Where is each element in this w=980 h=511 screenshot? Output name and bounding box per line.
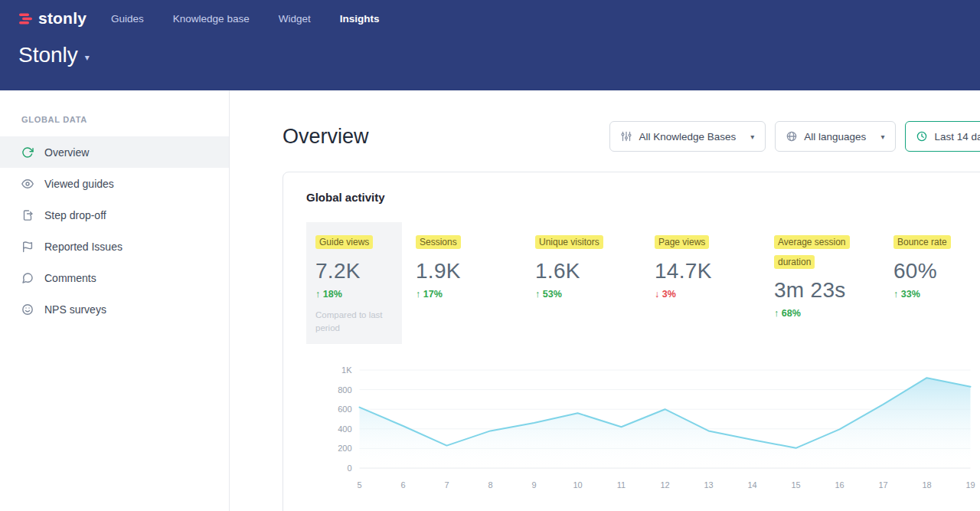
trend-arrow-icon: ↑ — [774, 308, 779, 319]
filter-label: All Knowledge Bases — [639, 131, 736, 142]
trend-arrow-icon: ↑ — [893, 289, 898, 300]
trend-arrow-icon: ↑ — [535, 289, 540, 300]
sync-icon — [21, 146, 34, 159]
filter-label: Last 14 days — [934, 131, 980, 142]
svg-text:600: 600 — [338, 405, 351, 414]
top-nav-item-knowledge-base[interactable]: Knowledge base — [173, 13, 250, 25]
stonly-logo[interactable]: stonly — [18, 9, 87, 28]
top-nav: Guides Knowledge base Widget Insights — [111, 13, 379, 25]
sidebar-item-label: Comments — [44, 272, 96, 284]
workspace-name[interactable]: Stonly — [18, 43, 78, 67]
global-activity-chart: 02004006008001K5678910111213141516171819 — [306, 361, 980, 500]
chevron-down-icon: ▾ — [880, 133, 884, 141]
svg-text:17: 17 — [878, 480, 887, 490]
metric-delta: ↑ 17% — [416, 289, 521, 300]
sidebar-item-label: Viewed guides — [44, 178, 114, 190]
metric-delta: ↑ 53% — [535, 289, 641, 300]
svg-text:15: 15 — [791, 480, 800, 490]
svg-text:1K: 1K — [341, 365, 352, 375]
svg-text:7: 7 — [444, 480, 449, 490]
svg-text:200: 200 — [338, 444, 351, 453]
metric-sessions[interactable]: Sessions 1.9K ↑ 17% — [416, 222, 521, 309]
metric-note: Compared to last period — [315, 309, 392, 336]
filter-label: All languages — [804, 131, 866, 142]
sliders-icon — [621, 131, 632, 142]
step-dropoff-icon — [21, 209, 34, 221]
metric-label: Bounce rate — [893, 235, 951, 249]
top-nav-item-guides[interactable]: Guides — [111, 13, 144, 25]
metric-value: 7.2K — [315, 259, 393, 283]
svg-text:16: 16 — [835, 480, 844, 490]
metrics-row: Guide views 7.2K ↑ 18% Compared to last … — [306, 222, 980, 344]
sidebar-item-label: Reported Issues — [44, 241, 122, 253]
metric-delta: ↓ 3% — [655, 289, 760, 300]
svg-text:19: 19 — [965, 480, 975, 490]
metric-label: Guide views — [315, 235, 373, 249]
sidebar-item-reported-issues[interactable]: Reported Issues — [0, 231, 229, 262]
metric-value: 1.6K — [535, 259, 641, 283]
metric-value: 3m 23s — [774, 278, 880, 303]
metric-value: 60% — [893, 259, 980, 283]
svg-text:800: 800 — [338, 385, 351, 395]
chevron-down-icon[interactable]: ▾ — [85, 52, 90, 63]
top-nav-row: stonly Guides Knowledge base Widget Insi… — [0, 0, 980, 29]
filter-bar: All Knowledge Bases ▾ All languages ▾ — [609, 121, 980, 152]
global-activity-card: Global activity Guide views 7.2K ↑ 18% C… — [283, 172, 980, 511]
metric-page-views[interactable]: Page views 14.7K ↓ 3% — [655, 222, 760, 309]
metric-label: Page views — [655, 235, 709, 249]
date-range-filter[interactable]: Last 14 days ▾ — [905, 121, 980, 152]
globe-icon — [786, 131, 797, 142]
metric-delta: ↑ 68% — [774, 308, 880, 319]
sidebar: GLOBAL DATA Overview Viewed guides — [0, 90, 230, 511]
sidebar-item-comments[interactable]: Comments — [0, 262, 229, 293]
sidebar-item-label: NPS surveys — [44, 303, 106, 316]
svg-text:14: 14 — [747, 480, 756, 490]
top-nav-item-widget[interactable]: Widget — [279, 13, 311, 25]
card-title: Global activity — [306, 191, 980, 204]
metric-label: Sessions — [416, 235, 461, 249]
knowledge-bases-filter[interactable]: All Knowledge Bases ▾ — [609, 121, 766, 152]
top-header: stonly Guides Knowledge base Widget Insi… — [0, 0, 980, 90]
page-title: Overview — [283, 125, 369, 149]
top-nav-item-insights[interactable]: Insights — [340, 13, 380, 25]
comment-icon — [21, 272, 34, 284]
metric-unique-visitors[interactable]: Unique visitors 1.6K ↑ 53% — [535, 222, 641, 309]
stonly-logo-icon — [18, 11, 33, 26]
sidebar-item-label: Overview — [44, 146, 89, 159]
clock-icon — [916, 131, 927, 142]
svg-text:10: 10 — [573, 480, 582, 490]
metric-value: 1.9K — [416, 259, 521, 283]
svg-text:9: 9 — [531, 480, 536, 490]
sidebar-item-label: Step drop-off — [44, 209, 106, 221]
languages-filter[interactable]: All languages ▾ — [775, 121, 896, 152]
metric-label: Average session duration — [774, 235, 850, 269]
metric-delta: ↑ 18% — [315, 289, 393, 300]
svg-text:18: 18 — [922, 480, 931, 490]
svg-text:13: 13 — [704, 480, 713, 490]
svg-text:5: 5 — [357, 480, 361, 490]
svg-text:11: 11 — [617, 480, 626, 490]
trend-arrow-icon: ↑ — [416, 289, 420, 300]
svg-text:6: 6 — [400, 480, 405, 490]
smiley-icon — [21, 303, 34, 316]
metric-delta: ↑ 33% — [893, 289, 980, 300]
chevron-down-icon: ▾ — [750, 133, 754, 141]
main-content: Overview All Knowledge Bases — [230, 90, 980, 511]
svg-text:8: 8 — [488, 480, 492, 490]
trend-arrow-icon: ↑ — [315, 289, 320, 300]
sidebar-item-viewed-guides[interactable]: Viewed guides — [0, 168, 229, 199]
svg-text:12: 12 — [660, 480, 669, 490]
metric-value: 14.7K — [655, 259, 760, 283]
svg-text:0: 0 — [347, 464, 351, 473]
metric-bounce-rate[interactable]: Bounce rate 60% ↑ 33% — [893, 222, 980, 309]
trend-arrow-icon: ↓ — [655, 289, 659, 300]
metric-average-session-duration[interactable]: Average session duration 3m 23s ↑ 68% — [774, 222, 880, 328]
sidebar-item-overview[interactable]: Overview — [0, 136, 229, 168]
sidebar-item-nps-surveys[interactable]: NPS surveys — [0, 293, 229, 325]
sidebar-item-step-drop-off[interactable]: Step drop-off — [0, 199, 229, 231]
metric-label: Unique visitors — [535, 235, 603, 249]
metric-guide-views[interactable]: Guide views 7.2K ↑ 18% Compared to last … — [306, 222, 402, 344]
eye-icon — [21, 178, 34, 190]
logo-text: stonly — [38, 9, 87, 28]
flag-icon — [21, 241, 34, 253]
